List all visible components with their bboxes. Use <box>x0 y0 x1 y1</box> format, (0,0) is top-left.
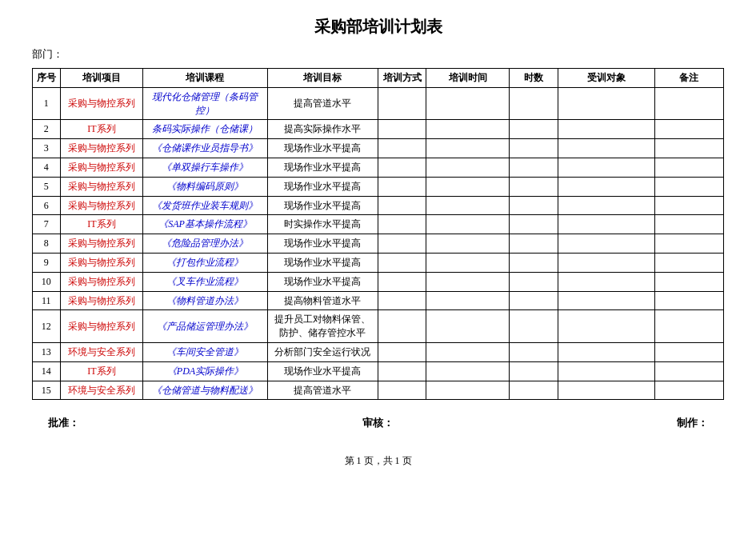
training-table: 序号 培训项目 培训课程 培训目标 培训方式 培训时间 时数 受训对象 备注 1… <box>32 68 724 400</box>
cell-seq: 5 <box>33 177 61 196</box>
cell-time <box>426 87 510 120</box>
cell-target <box>558 87 654 120</box>
table-row: 15环境与安全系列《仓储管道与物料配送》提高管道水平 <box>33 381 724 400</box>
cell-time <box>426 215 510 234</box>
cell-notes <box>654 177 723 196</box>
cell-time <box>426 139 510 158</box>
header-target: 受训对象 <box>558 69 654 88</box>
cell-project: 采购与物控系列 <box>60 234 143 254</box>
cell-course: 《危险品管理办法》 <box>143 234 268 254</box>
cell-hours <box>510 253 558 272</box>
cell-goal: 现场作业水平提高 <box>267 139 378 158</box>
cell-target <box>558 177 654 196</box>
cell-seq: 12 <box>33 310 61 343</box>
cell-notes <box>654 234 723 254</box>
cell-target <box>558 291 654 310</box>
cell-hours <box>510 291 558 310</box>
cell-course: 《仓储课作业员指导书》 <box>143 139 268 158</box>
header-notes: 备注 <box>654 69 723 88</box>
cell-course: 《发货班作业装车规则》 <box>143 196 268 215</box>
cell-hours <box>510 196 558 215</box>
cell-method <box>378 215 426 234</box>
page-title: 采购部培训计划表 <box>32 16 724 38</box>
cell-notes <box>654 139 723 158</box>
cell-method <box>378 381 426 400</box>
cell-method <box>378 342 426 361</box>
cell-course: 《车间安全管道》 <box>143 342 268 361</box>
header-seq: 序号 <box>33 69 61 88</box>
table-row: 8采购与物控系列《危险品管理办法》现场作业水平提高 <box>33 234 724 254</box>
cell-hours <box>510 361 558 381</box>
cell-project: 采购与物控系列 <box>60 177 143 196</box>
table-row: 13环境与安全系列《车间安全管道》分析部门安全运行状况 <box>33 342 724 361</box>
table-row: 5采购与物控系列《物料编码原则》现场作业水平提高 <box>33 177 724 196</box>
cell-goal: 现场作业水平提高 <box>267 253 378 272</box>
cell-project: 环境与安全系列 <box>60 381 143 400</box>
header-method: 培训方式 <box>378 69 426 88</box>
cell-course: 《PDA实际操作》 <box>143 361 268 381</box>
cell-project: 采购与物控系列 <box>60 310 143 343</box>
cell-hours <box>510 87 558 120</box>
cell-seq: 15 <box>33 381 61 400</box>
cell-target <box>558 120 654 139</box>
cell-notes <box>654 342 723 361</box>
header-time: 培训时间 <box>426 69 510 88</box>
cell-time <box>426 120 510 139</box>
table-row: 9采购与物控系列《打包作业流程》现场作业水平提高 <box>33 253 724 272</box>
header-goal: 培训目标 <box>267 69 378 88</box>
cell-project: IT系列 <box>60 361 143 381</box>
cell-hours <box>510 272 558 291</box>
cell-course: 现代化仓储管理（条码管控） <box>143 87 268 120</box>
cell-notes <box>654 158 723 177</box>
cell-seq: 10 <box>33 272 61 291</box>
cell-course: 《物料编码原则》 <box>143 177 268 196</box>
cell-method <box>378 139 426 158</box>
cell-hours <box>510 342 558 361</box>
cell-method <box>378 120 426 139</box>
cell-time <box>426 177 510 196</box>
cell-method <box>378 87 426 120</box>
cell-goal: 分析部门安全运行状况 <box>267 342 378 361</box>
cell-notes <box>654 87 723 120</box>
cell-notes <box>654 272 723 291</box>
header-project: 培训项目 <box>60 69 143 88</box>
cell-seq: 6 <box>33 196 61 215</box>
cell-method <box>378 291 426 310</box>
cell-goal: 现场作业水平提高 <box>267 272 378 291</box>
cell-method <box>378 196 426 215</box>
cell-method <box>378 272 426 291</box>
cell-method <box>378 253 426 272</box>
table-row: 1采购与物控系列现代化仓储管理（条码管控）提高管道水平 <box>33 87 724 120</box>
cell-course: 《单双操行车操作》 <box>143 158 268 177</box>
cell-time <box>426 272 510 291</box>
table-row: 2IT系列条码实际操作（仓储课）提高实际操作水平 <box>33 120 724 139</box>
table-row: 4采购与物控系列《单双操行车操作》现场作业水平提高 <box>33 158 724 177</box>
cell-time <box>426 253 510 272</box>
cell-seq: 4 <box>33 158 61 177</box>
review-label: 审核： <box>362 416 394 430</box>
table-row: 10采购与物控系列《叉车作业流程》现场作业水平提高 <box>33 272 724 291</box>
cell-course: 《打包作业流程》 <box>143 253 268 272</box>
table-row: 6采购与物控系列《发货班作业装车规则》现场作业水平提高 <box>33 196 724 215</box>
cell-notes <box>654 196 723 215</box>
cell-course: 《SAP基本操作流程》 <box>143 215 268 234</box>
cell-time <box>426 291 510 310</box>
cell-target <box>558 361 654 381</box>
cell-hours <box>510 139 558 158</box>
cell-goal: 现场作业水平提高 <box>267 234 378 254</box>
cell-seq: 9 <box>33 253 61 272</box>
header-course: 培训课程 <box>143 69 268 88</box>
cell-seq: 14 <box>33 361 61 381</box>
cell-project: 采购与物控系列 <box>60 87 143 120</box>
cell-hours <box>510 158 558 177</box>
cell-course: 条码实际操作（仓储课） <box>143 120 268 139</box>
cell-method <box>378 234 426 254</box>
cell-notes <box>654 291 723 310</box>
cell-project: IT系列 <box>60 120 143 139</box>
cell-hours <box>510 234 558 254</box>
cell-target <box>558 158 654 177</box>
cell-project: 采购与物控系列 <box>60 158 143 177</box>
cell-goal: 现场作业水平提高 <box>267 196 378 215</box>
cell-seq: 11 <box>33 291 61 310</box>
table-header-row: 序号 培训项目 培训课程 培训目标 培训方式 培训时间 时数 受训对象 备注 <box>33 69 724 88</box>
